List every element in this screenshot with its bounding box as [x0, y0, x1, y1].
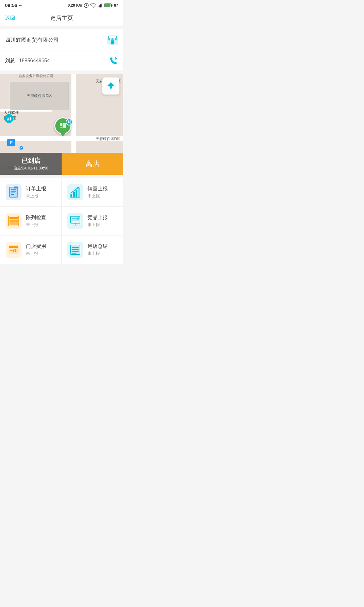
- sales-name: 销量上报: [88, 186, 108, 192]
- arrived-button[interactable]: 已到店 偏差5米 01-11 09:56: [0, 153, 62, 175]
- feature-item-display[interactable]: 陈列检查 未上报: [0, 207, 62, 236]
- map-actions: 已到店 偏差5米 01-11 09:56 离店: [0, 153, 123, 175]
- signal-icon: [98, 3, 103, 8]
- back-button[interactable]: 返回: [5, 15, 15, 21]
- store-name-row: 四川辉图商贸有限公司: [0, 29, 123, 51]
- svg-rect-34: [9, 246, 18, 248]
- sales-text: 销量上报 未上报: [88, 186, 108, 199]
- feature-item-summary[interactable]: 巡店总结 未上报: [62, 236, 123, 264]
- svg-rect-15: [63, 123, 66, 128]
- feature-item-order[interactable]: 订单上报 未上报: [0, 178, 62, 207]
- competitor-text: 竞品上报 未上报: [88, 214, 108, 228]
- order-icon: [6, 184, 21, 200]
- map-label-top: 自家安业外勤软件公司: [19, 74, 53, 78]
- svg-rect-27: [9, 217, 18, 219]
- svg-rect-20: [70, 194, 72, 197]
- svg-rect-21: [73, 192, 75, 197]
- navigate-button[interactable]: [102, 77, 119, 95]
- summary-icon: [67, 242, 83, 258]
- svg-rect-19: [14, 187, 18, 188]
- status-time: 09:56: [5, 3, 17, 8]
- svg-rect-12: [9, 118, 9, 120]
- expense-name: 门店费用: [26, 243, 46, 250]
- svg-rect-13: [10, 117, 11, 120]
- contact-row: 刘总 18856449654: [0, 51, 123, 71]
- expense-icon: ¥: [6, 242, 21, 258]
- display-status: 未上报: [26, 222, 46, 228]
- parking-icon: P: [7, 139, 15, 146]
- svg-rect-16: [60, 127, 62, 128]
- wifi-icon: [90, 3, 96, 8]
- summary-name: 巡店总结: [88, 243, 108, 250]
- leave-button[interactable]: 离店: [62, 153, 123, 175]
- display-text: 陈列检查 未上报: [26, 214, 46, 228]
- order-text: 订单上报 未上报: [26, 186, 46, 199]
- display-icon: [6, 213, 21, 229]
- summary-status: 未上报: [88, 251, 108, 256]
- feature-item-expense[interactable]: ¥ 门店费用 未上报: [0, 236, 62, 264]
- nav-bar: 返回 巡店主页: [0, 10, 123, 26]
- svg-rect-22: [76, 190, 77, 197]
- contact-name: 刘总: [5, 58, 15, 64]
- building-d2-row: 天府软件园D2座: [4, 110, 19, 121]
- building-software-park: 天府软件园D区: [10, 82, 69, 110]
- feature-item-competitor[interactable]: 竞品上报 未上报: [62, 207, 123, 236]
- parking-icon-small: P: [20, 146, 23, 150]
- store-icon: [107, 35, 118, 45]
- store-info-section: 四川辉图商贸有限公司 刘总 18856449654: [0, 29, 123, 71]
- svg-rect-5: [101, 3, 102, 7]
- summary-text: 巡店总结 未上报: [88, 243, 108, 256]
- status-infinity-icon: ∞: [19, 3, 22, 8]
- svg-rect-28: [9, 220, 18, 223]
- expense-text: 门店费用 未上报: [26, 243, 46, 256]
- svg-rect-11: [7, 119, 8, 120]
- feature-grid: 订单上报 未上报 销量上报 未上报: [0, 178, 123, 264]
- arrived-sub-label: 偏差5米 01-11 09:56: [13, 166, 48, 171]
- building-label: 天府软件园D区: [27, 93, 52, 99]
- expense-status: 未上报: [26, 251, 46, 256]
- contact-info: 刘总 18856449654: [5, 58, 50, 64]
- phone-call-icon[interactable]: [109, 56, 118, 65]
- competitor-icon: [67, 213, 83, 229]
- svg-rect-14: [60, 123, 62, 126]
- status-bar: 09:56 ∞ 0.29 K/s 87: [0, 0, 123, 10]
- sales-status: 未上报: [88, 193, 108, 199]
- svg-rect-3: [99, 5, 100, 7]
- competitor-name: 竞品上报: [88, 214, 108, 221]
- contact-phone: 18856449654: [19, 58, 50, 64]
- svg-text:¥: ¥: [14, 249, 15, 252]
- status-left: 09:56 ∞: [5, 3, 22, 8]
- network-speed: 0.29 K/s: [68, 3, 82, 8]
- svg-rect-17: [9, 187, 18, 197]
- competitor-status: 未上报: [88, 222, 108, 228]
- arrived-badge: 到: [66, 119, 73, 126]
- order-status: 未上报: [26, 193, 46, 199]
- display-name: 陈列检查: [26, 214, 46, 221]
- map-label-right-bottom: 天府软件园D区: [95, 136, 121, 142]
- svg-rect-10: [111, 40, 114, 44]
- svg-rect-29: [9, 223, 18, 225]
- svg-rect-2: [98, 6, 98, 7]
- clock-icon: [84, 3, 89, 8]
- feature-item-sales[interactable]: 销量上报 未上报: [62, 178, 123, 207]
- sales-icon: [67, 184, 83, 200]
- status-right: 0.29 K/s 87: [68, 3, 118, 8]
- order-name: 订单上报: [26, 186, 46, 192]
- map-section: 自家安业外勤软件公司 天府软件园D区 天府软件园D2座 天府软件园D区 天府软件…: [0, 74, 123, 175]
- building-d2-icon: [4, 114, 13, 123]
- battery-icon: [104, 3, 112, 8]
- leave-label: 离店: [86, 159, 100, 169]
- arrived-main-label: 已到店: [21, 156, 40, 165]
- page-title: 巡店主页: [50, 14, 73, 22]
- location-pin: 到: [54, 117, 71, 134]
- svg-rect-8: [105, 4, 110, 7]
- map-background: 自家安业外勤软件公司 天府软件园D区 天府软件园D2座 天府软件园D区 天府软件…: [0, 74, 123, 175]
- svg-rect-4: [100, 4, 101, 7]
- svg-rect-7: [112, 4, 112, 6]
- store-name: 四川辉图商贸有限公司: [5, 36, 59, 44]
- battery-level: 87: [114, 3, 118, 8]
- svg-point-1: [93, 7, 94, 7]
